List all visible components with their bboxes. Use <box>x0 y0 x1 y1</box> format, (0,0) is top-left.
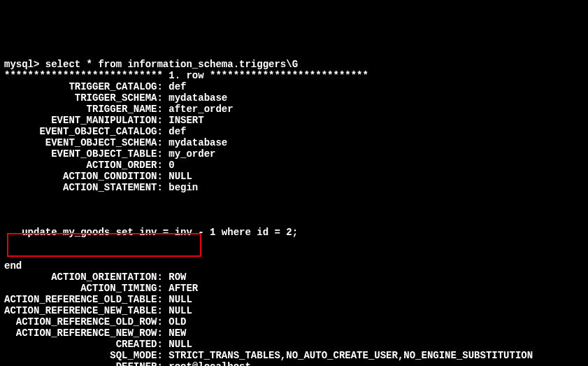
blank-line <box>4 204 584 216</box>
output-row: EVENT_OBJECT_TABLE: my_order <box>4 148 584 160</box>
output-row: DEFINER: root@localhost <box>4 361 584 366</box>
output-row: ACTION_REFERENCE_OLD_ROW: OLD <box>4 316 584 328</box>
terminal-output: mysql> select * from information_schema.… <box>4 48 584 366</box>
statement-body: update my_goods set inv = inv - 1 where … <box>4 227 298 238</box>
sql-command: select * from information_schema.trigger… <box>45 59 298 70</box>
output-row: ACTION_REFERENCE_NEW_ROW: NEW <box>4 328 584 339</box>
output-row: TRIGGER_SCHEMA: mydatabase <box>4 92 584 104</box>
output-row: TRIGGER_NAME: after_order <box>4 104 584 115</box>
output-row: EVENT_MANIPULATION: INSERT <box>4 115 584 126</box>
output-row: TRIGGER_CATALOG: def <box>4 81 584 92</box>
output-row: EVENT_OBJECT_SCHEMA: mydatabase <box>4 137 584 148</box>
output-row: ACTION_STATEMENT: begin <box>4 182 584 193</box>
output-row: ACTION_TIMING: AFTER <box>4 283 584 294</box>
output-row: ACTION_ORDER: 0 <box>4 160 584 171</box>
blank-line <box>4 238 584 249</box>
output-row: ACTION_ORIENTATION: ROW <box>4 272 584 283</box>
prompt: mysql> <box>4 59 45 70</box>
output-row: CREATED: NULL <box>4 339 584 350</box>
output-row: ACTION_REFERENCE_OLD_TABLE: NULL <box>4 294 584 305</box>
row-separator: *************************** 1. row *****… <box>4 70 368 81</box>
output-row: SQL_MODE: STRICT_TRANS_TABLES,NO_AUTO_CR… <box>4 350 584 361</box>
end-line: end <box>4 260 22 272</box>
output-row: ACTION_REFERENCE_NEW_TABLE: NULL <box>4 305 584 316</box>
output-row: ACTION_CONDITION: NULL <box>4 171 584 182</box>
output-row: EVENT_OBJECT_CATALOG: def <box>4 126 584 137</box>
